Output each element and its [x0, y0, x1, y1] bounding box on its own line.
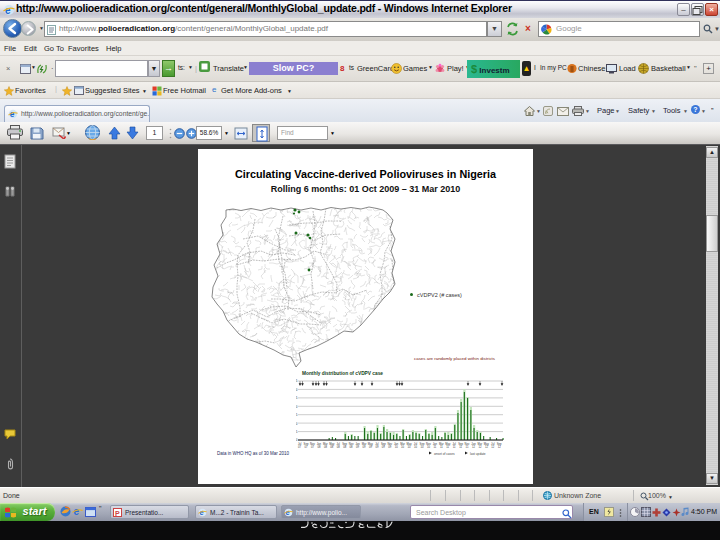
svg-text:11: 11: [466, 445, 469, 449]
svg-text:09: 09: [363, 445, 366, 449]
svg-text:08: 08: [324, 445, 327, 449]
svg-text:12: 12: [472, 445, 475, 449]
svg-text:11: 11: [433, 445, 436, 449]
svg-text:08: 08: [350, 445, 353, 449]
svg-text:last update: last update: [470, 452, 486, 456]
svg-text:09: 09: [375, 445, 378, 449]
svg-text:10: 10: [296, 422, 298, 426]
svg-text:09: 09: [369, 445, 372, 449]
svg-text:11: 11: [453, 445, 456, 449]
svg-text:30: 30: [296, 388, 298, 392]
svg-text:10: 10: [395, 445, 398, 449]
svg-text:35: 35: [296, 379, 298, 383]
svg-text:07: 07: [305, 445, 308, 449]
svg-text:12: 12: [491, 445, 494, 449]
svg-text:15: 15: [296, 413, 298, 417]
svg-text:10: 10: [401, 445, 404, 449]
svg-text:20: 20: [296, 405, 298, 409]
svg-text:12: 12: [485, 445, 488, 449]
svg-text:09: 09: [388, 445, 391, 449]
svg-text:08: 08: [317, 445, 320, 449]
svg-text:09: 09: [382, 445, 385, 449]
svg-text:08: 08: [337, 445, 340, 449]
svg-text:11: 11: [440, 445, 443, 449]
svg-text:11: 11: [446, 445, 449, 449]
svg-text:P: P: [115, 510, 120, 517]
svg-text:08: 08: [343, 445, 346, 449]
svg-text:12: 12: [478, 445, 481, 449]
svg-text:09: 09: [356, 445, 359, 449]
svg-text:07: 07: [311, 445, 314, 449]
svg-text:10: 10: [408, 445, 411, 449]
svg-text:07: 07: [298, 445, 301, 449]
svg-text:10: 10: [421, 445, 424, 449]
svg-text:25: 25: [296, 396, 298, 400]
svg-text:10: 10: [427, 445, 430, 449]
svg-text:5: 5: [296, 430, 298, 434]
svg-text:10: 10: [414, 445, 417, 449]
svg-text:08: 08: [330, 445, 333, 449]
svg-text:12: 12: [498, 445, 501, 449]
svg-text:onset of cases: onset of cases: [434, 452, 455, 456]
